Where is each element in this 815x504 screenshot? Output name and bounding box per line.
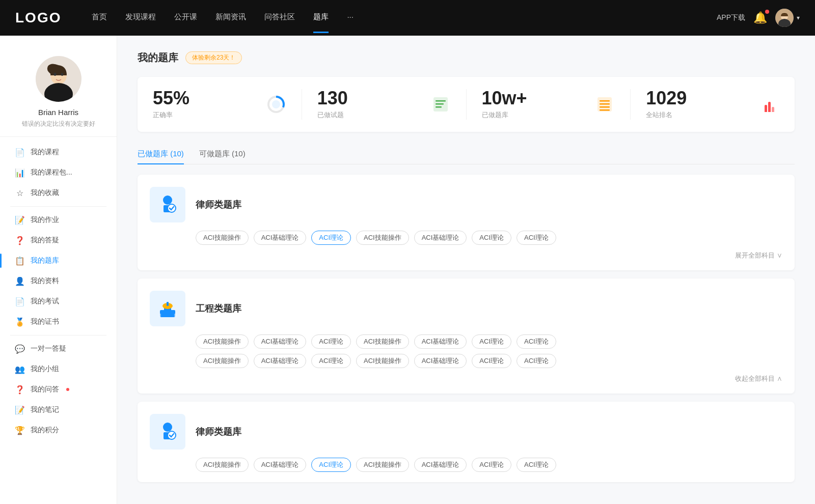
logo: LOGO: [15, 10, 61, 26]
tag[interactable]: ACI技能操作: [196, 334, 249, 349]
stat-questions-text: 130 已做试题: [317, 89, 422, 120]
tag[interactable]: ACI理论: [472, 458, 511, 472]
nav-qa[interactable]: 问答社区: [264, 12, 295, 24]
stat-accuracy: 55% 正确率: [138, 89, 302, 120]
tag[interactable]: ACI技能操作: [196, 458, 249, 472]
sidebar-item-label: 我的答疑: [31, 236, 59, 245]
notes-icon: 📝: [15, 405, 24, 414]
sidebar-item-groups[interactable]: 👥 我的小组: [0, 359, 117, 379]
sidebar-item-question-bank[interactable]: 📋 我的题库: [0, 250, 117, 271]
banks-done-icon: [594, 94, 615, 115]
tag[interactable]: ACI基础理论: [254, 458, 307, 472]
nav-open-course[interactable]: 公开课: [174, 12, 197, 24]
qbank-icon-lawyer: [150, 187, 185, 222]
tag[interactable]: ACI技能操作: [356, 354, 409, 368]
sidebar-item-label: 我的题库: [31, 256, 59, 265]
sidebar-item-homework[interactable]: 📝 我的作业: [0, 210, 117, 230]
tag-selected[interactable]: ACI理论: [311, 231, 351, 245]
user-avatar-menu[interactable]: ▾: [775, 9, 800, 27]
tag[interactable]: ACI技能操作: [196, 354, 249, 368]
app-download-button[interactable]: APP下载: [717, 13, 745, 22]
profile-avatar: [36, 56, 82, 102]
stat-accuracy-text: 55% 正确率: [153, 89, 258, 120]
svg-rect-27: [159, 314, 161, 317]
trial-badge: 体验剩余23天！: [185, 51, 242, 64]
certificate-icon: 🏅: [15, 317, 24, 326]
stats-row: 55% 正确率 130 已做试题: [138, 77, 795, 132]
tag[interactable]: ACI基础理论: [254, 354, 307, 368]
page-title: 我的题库: [138, 51, 178, 65]
tag-selected[interactable]: ACI理论: [311, 458, 351, 472]
svg-rect-26: [167, 302, 169, 306]
tag[interactable]: ACI基础理论: [254, 231, 307, 245]
profile-icon: 👤: [15, 276, 24, 286]
tag[interactable]: ACI理论: [517, 354, 556, 368]
tag[interactable]: ACI理论: [311, 354, 351, 368]
one-on-one-icon: 💬: [15, 344, 24, 353]
sidebar-item-course-package[interactable]: 📊 我的课程包...: [0, 162, 117, 183]
stat-rank-text: 1029 全站排名: [646, 89, 751, 120]
sidebar-item-label: 一对一答疑: [31, 344, 66, 353]
sidebar-item-notes[interactable]: 📝 我的笔记: [0, 400, 117, 420]
stat-questions-value: 130: [317, 89, 422, 107]
avatar: [775, 9, 794, 27]
tag[interactable]: ACI基础理论: [414, 354, 467, 368]
profile-name: Brian Harris: [38, 108, 78, 117]
stat-questions-label: 已做试题: [317, 110, 422, 120]
nav-news[interactable]: 新闻资讯: [215, 12, 246, 24]
qbank-icon-lawyer2: [150, 414, 185, 450]
tag[interactable]: ACI理论: [517, 458, 556, 472]
svg-point-10: [272, 100, 280, 108]
homework-icon: 📝: [15, 215, 24, 225]
tabs: 已做题库 (10) 可做题库 (10): [138, 144, 795, 164]
qbank-card-lawyer2: 律师类题库 ACI技能操作 ACI基础理论 ACI理论 ACI技能操作 ACI基…: [138, 402, 795, 482]
sidebar-item-my-qa[interactable]: ❓ 我的问答: [0, 379, 117, 400]
tag[interactable]: ACI理论: [517, 231, 556, 245]
tag[interactable]: ACI理论: [311, 334, 351, 349]
sidebar-menu: 📄 我的课程 📊 我的课程包... ☆ 我的收藏 📝 我的作业 ❓ 我的答疑 �: [0, 137, 117, 445]
sidebar-item-favorites[interactable]: ☆ 我的收藏: [0, 183, 117, 203]
sidebar-item-qa[interactable]: ❓ 我的答疑: [0, 230, 117, 250]
tag[interactable]: ACI理论: [472, 354, 511, 368]
sidebar-item-label: 我的问答: [31, 385, 59, 394]
svg-rect-16: [600, 100, 610, 102]
sidebar-item-profile[interactable]: 👤 我的资料: [0, 271, 117, 291]
nav-discover[interactable]: 发现课程: [125, 12, 156, 24]
tag[interactable]: ACI基础理论: [414, 458, 467, 472]
question-bank-icon: 📋: [15, 256, 24, 265]
svg-point-20: [163, 195, 172, 205]
sidebar-item-points[interactable]: 🏆 我的积分: [0, 420, 117, 440]
tag[interactable]: ACI理论: [517, 334, 556, 349]
svg-point-6: [53, 73, 56, 76]
qbank-footer-engineering: 收起全部科目 ∧: [150, 374, 782, 383]
tab-done[interactable]: 已做题库 (10): [138, 144, 184, 164]
tag[interactable]: ACI技能操作: [196, 231, 249, 245]
nav-more[interactable]: ···: [347, 12, 354, 24]
nav-links: 首页 发现课程 公开课 新闻资讯 问答社区 题库 ···: [92, 12, 717, 24]
svg-rect-28: [174, 314, 176, 317]
tag[interactable]: ACI技能操作: [356, 458, 409, 472]
expand-link-lawyer[interactable]: 展开全部科目 ∨: [735, 251, 782, 260]
tag[interactable]: ACI基础理论: [414, 334, 467, 349]
tab-available[interactable]: 可做题库 (10): [199, 144, 246, 164]
tag[interactable]: ACI基础理论: [414, 231, 467, 245]
nav-question-bank[interactable]: 题库: [313, 12, 329, 24]
qbank-footer-lawyer: 展开全部科目 ∨: [150, 251, 782, 260]
tag[interactable]: ACI理论: [472, 334, 511, 349]
tag[interactable]: ACI技能操作: [356, 231, 409, 245]
sidebar-item-certificate[interactable]: 🏅 我的证书: [0, 312, 117, 332]
my-qa-icon: ❓: [15, 385, 24, 394]
nav-home[interactable]: 首页: [92, 12, 107, 24]
sidebar-item-label: 我的课程包...: [31, 168, 72, 177]
sidebar-item-exam[interactable]: 📄 我的考试: [0, 291, 117, 312]
sidebar-item-one-on-one[interactable]: 💬 一对一答疑: [0, 339, 117, 359]
collapse-link-engineering[interactable]: 收起全部科目 ∧: [735, 374, 782, 383]
tag[interactable]: ACI技能操作: [356, 334, 409, 349]
bell-icon: 🔔: [753, 11, 767, 24]
sidebar-item-my-courses[interactable]: 📄 我的课程: [0, 142, 117, 162]
tag[interactable]: ACI理论: [472, 231, 511, 245]
notification-bell[interactable]: 🔔: [753, 11, 767, 24]
sidebar-item-label: 我的积分: [31, 426, 59, 435]
topnav: LOGO 首页 发现课程 公开课 新闻资讯 问答社区 题库 ··· APP下载 …: [0, 0, 815, 36]
tag[interactable]: ACI基础理论: [254, 334, 307, 349]
